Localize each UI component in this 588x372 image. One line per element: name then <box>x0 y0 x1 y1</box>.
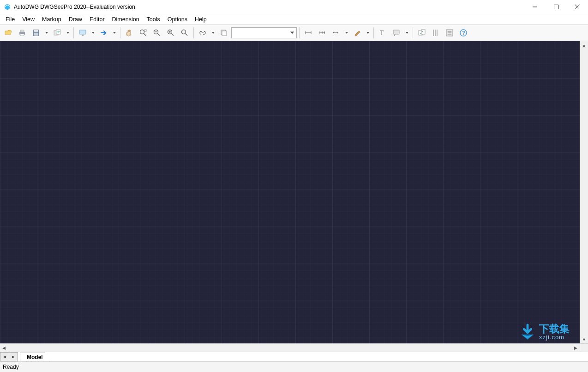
scroll-down-icon[interactable]: ▼ <box>580 335 588 343</box>
svg-point-15 <box>140 30 144 34</box>
window-controls <box>524 0 588 14</box>
comment-tool-button[interactable] <box>390 26 410 39</box>
window-title: AutoDWG DWGSeePro 2020--Evaluation versi… <box>14 4 524 10</box>
svg-line-26 <box>186 34 188 36</box>
toolbar-sep-6 <box>413 27 413 38</box>
menu-markup[interactable]: Markup <box>38 15 65 24</box>
layout-tab-bar: ◄ ► Model <box>0 352 588 361</box>
measure-distance-button[interactable] <box>302 26 315 39</box>
zoom-window-button[interactable] <box>137 26 150 39</box>
floppy-icon <box>32 29 40 37</box>
close-button[interactable] <box>567 0 588 14</box>
horizontal-scrollbar[interactable]: ◀ ▶ <box>0 343 580 352</box>
svg-text:?: ? <box>462 30 465 36</box>
zoom-in-button[interactable] <box>164 26 177 39</box>
display-mode-button[interactable] <box>76 26 96 39</box>
magnifier-plus-icon <box>167 29 175 37</box>
svg-rect-10 <box>34 33 38 36</box>
compare-button[interactable] <box>415 26 428 39</box>
vertical-scrollbar[interactable]: ▲ ▼ <box>580 41 588 343</box>
link-tool-button[interactable] <box>196 26 216 39</box>
menu-tools[interactable]: Tools <box>143 15 164 24</box>
scroll-up-icon[interactable]: ▲ <box>580 41 588 49</box>
scroll-right-icon[interactable]: ▶ <box>572 344 580 352</box>
app-icon <box>4 3 11 11</box>
compare-icon <box>418 29 426 37</box>
text-tool-button[interactable]: T <box>376 26 389 39</box>
layers-button[interactable] <box>217 26 230 39</box>
svg-rect-7 <box>20 34 24 36</box>
tab-model[interactable]: Model <box>20 353 50 361</box>
toolbar-sep-3 <box>193 27 194 38</box>
grid-overlay <box>0 41 580 343</box>
layers-icon <box>220 29 228 37</box>
zoom-out-button[interactable] <box>150 26 163 39</box>
minimize-button[interactable] <box>524 0 546 14</box>
magnifier-minus-icon <box>153 29 161 37</box>
link-icon <box>198 29 207 37</box>
zoom-extents-button[interactable] <box>178 26 191 39</box>
area-icon <box>318 29 326 37</box>
svg-line-22 <box>172 34 174 36</box>
properties-icon <box>445 29 454 37</box>
menu-view[interactable]: View <box>18 15 38 24</box>
open-button[interactable] <box>2 26 15 39</box>
magnifier-window-icon <box>139 29 147 37</box>
measure-area-button[interactable] <box>316 26 329 39</box>
toolbar-sep-4 <box>299 27 300 38</box>
printer-icon <box>18 29 26 37</box>
dim-icon <box>332 29 340 37</box>
maximize-button[interactable] <box>546 0 567 14</box>
svg-rect-13 <box>79 30 86 34</box>
grid-icon <box>432 29 440 37</box>
text-icon: T <box>378 29 387 37</box>
menu-file[interactable]: File <box>2 15 18 24</box>
arrow-right-icon <box>100 29 108 37</box>
magnifier-icon <box>180 29 189 37</box>
menu-editor[interactable]: Editor <box>86 15 108 24</box>
dimension-tool-button[interactable] <box>330 26 350 39</box>
svg-point-25 <box>182 30 186 34</box>
menu-dimension[interactable]: Dimension <box>108 15 143 24</box>
scroll-corner <box>580 343 588 352</box>
ruler-icon <box>304 29 312 37</box>
svg-rect-38 <box>393 30 399 34</box>
export-button[interactable] <box>51 26 71 39</box>
toolbar-sep-5 <box>373 27 374 38</box>
menu-options[interactable]: Options <box>164 15 191 24</box>
layer-select[interactable] <box>231 27 297 38</box>
help-icon: ? <box>459 29 468 37</box>
toolbar-sep-1 <box>73 27 74 38</box>
svg-rect-17 <box>144 30 146 31</box>
monitor-icon <box>78 29 87 37</box>
properties-button[interactable] <box>443 26 456 39</box>
svg-line-16 <box>144 34 146 36</box>
brush-icon <box>353 29 361 37</box>
tab-nav-next[interactable]: ► <box>9 352 18 361</box>
drawing-canvas[interactable]: 下载集 xzji.com <box>0 41 580 343</box>
svg-rect-9 <box>34 30 38 32</box>
title-bar: AutoDWG DWGSeePro 2020--Evaluation versi… <box>0 0 588 14</box>
folder-open-icon <box>4 29 12 37</box>
svg-rect-28 <box>222 31 227 36</box>
status-bar: Ready <box>0 361 588 372</box>
app-window: AutoDWG DWGSeePro 2020--Evaluation versi… <box>0 0 588 372</box>
menu-draw[interactable]: Draw <box>65 15 86 24</box>
print-button[interactable] <box>16 26 29 39</box>
tab-nav-prev[interactable]: ◄ <box>0 352 9 361</box>
toolbar-sep-2 <box>120 27 120 38</box>
help-button[interactable]: ? <box>457 26 470 39</box>
save-button[interactable] <box>30 26 50 39</box>
brush-tool-button[interactable] <box>351 26 371 39</box>
menu-bar: File View Markup Draw Editor Dimension T… <box>0 14 588 24</box>
scroll-left-icon[interactable]: ◀ <box>0 344 8 352</box>
navigate-button[interactable] <box>97 26 118 39</box>
svg-rect-52 <box>0 41 580 343</box>
hand-icon <box>125 29 133 37</box>
svg-rect-14 <box>82 35 84 36</box>
grid-toggle-button[interactable] <box>429 26 442 39</box>
toolbar: T ? <box>0 24 588 41</box>
pan-button[interactable] <box>123 26 136 39</box>
menu-help[interactable]: Help <box>191 15 210 24</box>
status-text: Ready <box>3 364 19 370</box>
